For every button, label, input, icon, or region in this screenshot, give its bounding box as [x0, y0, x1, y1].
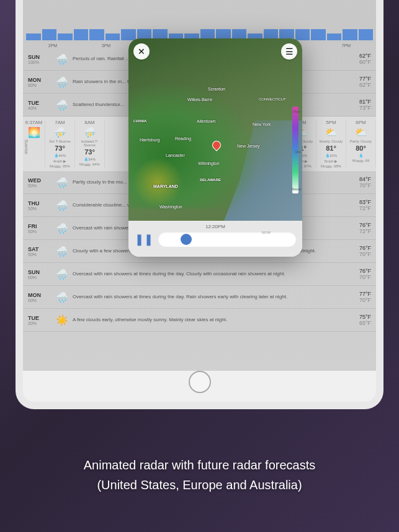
sunrise-icon: 🌅 — [24, 126, 43, 138]
rain-icon: 🌧️ — [55, 244, 69, 259]
rain-icon: 🌧️ — [55, 74, 69, 89]
sunrise-col: 6:37AM 🌅 Sunrise — [23, 120, 45, 168]
weather-icon: ⛅ — [347, 126, 374, 138]
precip-bar-item — [26, 33, 41, 40]
pause-icon[interactable]: ❚❚ — [135, 233, 153, 246]
hourly-col[interactable]: 5PM⛅ Mostly Cloudy81° 💧15%5mph ▶Muggy, 6… — [316, 120, 346, 168]
sun-icon: ☀️ — [55, 313, 69, 327]
rain-icon: 🌧️ — [55, 175, 69, 190]
app-screen: 2PM 3PM 7PM SUN100% 🌧️ Periods of rain. … — [23, 0, 376, 371]
rain-icon: 🌧️ — [55, 221, 69, 236]
close-icon[interactable]: ✕ — [133, 43, 150, 60]
hourly-col[interactable]: 7AM⛈️ Sct T-Storms73° 💧44%4mph ▶Muggy, 9… — [45, 120, 75, 168]
weather-icon: ⛈️ — [47, 126, 73, 138]
layers-icon[interactable]: ☰ — [281, 43, 297, 60]
slider-thumb[interactable] — [181, 234, 192, 245]
radar-timestamp: 12:20PM — [135, 224, 296, 229]
rain-icon: 🌧️ — [55, 97, 69, 112]
daily-row[interactable]: SUN60% 🌧️ Overcast with rain showers at … — [23, 263, 376, 286]
time-slider[interactable]: NOW — [158, 232, 296, 247]
rain-icon: 🌧️ — [55, 290, 69, 304]
radar-modal: ✕ ☰ New York New Jersey CONNECTICUT MARY… — [128, 38, 302, 257]
weather-icon: ⛅ — [318, 126, 344, 138]
weather-icon: ⛈️ — [76, 126, 103, 138]
daily-row[interactable]: MON60% 🌧️ Overcast with rain showers at … — [23, 286, 376, 309]
rain-icon: 🌧️ — [55, 198, 69, 213]
hourly-col[interactable]: 8AM⛈️ Isolated T-Storms73° 💧34%Muggy, 94… — [75, 120, 105, 168]
home-button[interactable] — [189, 371, 211, 393]
hourly-col[interactable]: 6PM⛅ Partly Cloudy80° 💧Muggy, 69 — [346, 120, 376, 168]
rain-icon: 🌧️ — [55, 51, 69, 66]
promo-caption: Animated radar with future radar forecas… — [0, 455, 399, 495]
tablet-frame: 2PM 3PM 7PM SUN100% 🌧️ Periods of rain. … — [16, 0, 383, 409]
rain-icon: 🌧️ — [55, 267, 69, 282]
radar-controls: 12:20PM ❚❚ NOW — [128, 221, 302, 257]
radar-map[interactable]: New York New Jersey CONNECTICUT MARYLAND… — [128, 38, 302, 221]
daily-row[interactable]: TUE20% ☀️ A few clouds early, otherwise … — [23, 309, 376, 332]
